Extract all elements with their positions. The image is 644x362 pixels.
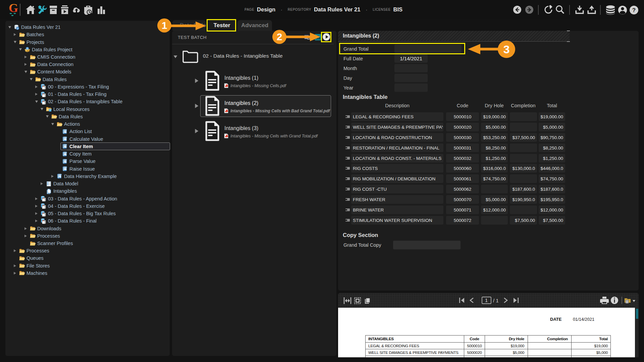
svg-text:1: 1 (485, 298, 488, 303)
svg-text:G: G (9, 1, 18, 15)
svg-text:/ 1: / 1 (493, 298, 499, 303)
svg-text:?: ? (632, 7, 636, 13)
